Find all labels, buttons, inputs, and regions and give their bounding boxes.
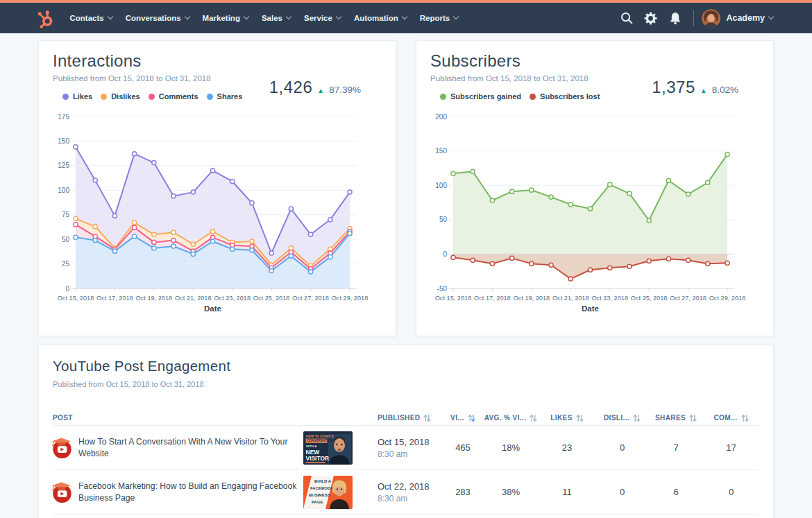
svg-text:Oct 17, 2018: Oct 17, 2018 xyxy=(474,295,511,302)
delta-up-icon: ▲ xyxy=(700,87,707,94)
nav-item-sales[interactable]: Sales xyxy=(255,3,297,33)
svg-text:Oct 19, 2018: Oct 19, 2018 xyxy=(136,295,173,302)
search-icon[interactable] xyxy=(614,12,638,24)
svg-text:Oct 25, 2018: Oct 25, 2018 xyxy=(253,295,290,302)
svg-text:Oct 25, 2018: Oct 25, 2018 xyxy=(631,295,668,302)
subscribers-card: Subscribers Published from Oct 15, 2018 … xyxy=(416,40,774,336)
column-header-post: POST xyxy=(53,414,360,422)
svg-text:FACEBOOK: FACEBOOK xyxy=(310,485,335,490)
nav-item-conversations[interactable]: Conversations xyxy=(119,3,196,33)
dashboard-content: Interactions Published from Oct 15, 2018… xyxy=(0,33,812,518)
svg-text:Oct 19, 2018: Oct 19, 2018 xyxy=(514,295,550,302)
top-navbar: ContactsConversationsMarketingSalesServi… xyxy=(0,0,812,33)
svg-text:Oct 23, 2018: Oct 23, 2018 xyxy=(214,295,251,302)
post-title-link[interactable]: How To Start A Conversation With A New V… xyxy=(78,436,299,460)
youtube-academy-icon xyxy=(50,481,73,503)
svg-text:100: 100 xyxy=(58,187,69,194)
published-time: 8:30 am xyxy=(378,494,429,503)
chevron-down-icon xyxy=(244,14,249,19)
legend-dot xyxy=(149,94,155,100)
youtube-table-title: YouTube Post Engagement xyxy=(53,358,759,374)
svg-text:Oct 27, 2018: Oct 27, 2018 xyxy=(670,295,707,302)
sort-icon xyxy=(530,414,537,422)
account-label: Academy xyxy=(726,13,765,23)
legend-label: Dislikes xyxy=(111,92,140,101)
legend-item-dislikes[interactable]: Dislikes xyxy=(101,92,140,101)
svg-text:WITH A: WITH A xyxy=(306,444,317,448)
svg-text:50: 50 xyxy=(439,216,448,223)
column-header-dislikes[interactable]: DISLI... xyxy=(595,414,649,422)
legend-item-subscribers-gained[interactable]: Subscribers gained xyxy=(440,92,521,101)
comments-cell: 0 xyxy=(703,487,759,497)
column-header-likes[interactable]: LIKES xyxy=(539,414,595,422)
svg-text:PAGE: PAGE xyxy=(312,499,323,503)
column-header-label: VI... xyxy=(450,414,464,422)
nav-item-reports[interactable]: Reports xyxy=(413,3,464,33)
column-header-shares[interactable]: SHARES xyxy=(649,414,703,422)
svg-text:BUSINESS: BUSINESS xyxy=(309,492,330,497)
thumb-new-visitor[interactable]: HOW TO START A CONVERSATION WITH A NEW V… xyxy=(303,431,353,465)
legend-item-likes[interactable]: Likes xyxy=(62,92,92,101)
nav-item-marketing[interactable]: Marketing xyxy=(196,3,255,33)
svg-text:-50: -50 xyxy=(437,285,448,293)
svg-text:Date: Date xyxy=(204,304,221,313)
subscribers-title: Subscribers xyxy=(430,52,759,70)
chevron-down-icon xyxy=(402,14,407,19)
navbar-right-section: Academy xyxy=(614,9,773,28)
interactions-delta-value: 87.39% xyxy=(329,85,361,95)
nav-item-automation[interactable]: Automation xyxy=(347,3,413,33)
published-date: Oct 22, 2018 xyxy=(378,481,429,492)
hubspot-logo-icon[interactable] xyxy=(37,8,54,28)
svg-text:Oct 29, 2018: Oct 29, 2018 xyxy=(709,295,746,302)
legend-item-subscribers-lost[interactable]: Subscribers lost xyxy=(530,92,600,101)
sort-icon xyxy=(423,414,431,422)
delta-up-icon: ▲ xyxy=(317,87,324,94)
legend-label: Comments xyxy=(159,92,198,101)
nav-item-contacts[interactable]: Contacts xyxy=(63,3,119,33)
subscribers-area-chart[interactable]: -50050100150200Oct 15, 2018Oct 17, 2018O… xyxy=(430,110,759,314)
nav-item-service[interactable]: Service xyxy=(297,3,347,33)
column-header-views[interactable]: VI... xyxy=(443,414,483,422)
chevron-down-icon xyxy=(184,14,189,19)
legend-item-shares[interactable]: Shares xyxy=(207,92,243,101)
svg-text:Oct 27, 2018: Oct 27, 2018 xyxy=(292,295,329,302)
views-cell: 465 xyxy=(443,442,483,453)
likes-cell: 23 xyxy=(539,442,595,453)
column-header-comments[interactable]: COM... xyxy=(703,414,759,422)
sort-icon xyxy=(468,414,475,422)
user-avatar[interactable] xyxy=(702,9,720,28)
account-menu[interactable]: Academy xyxy=(726,13,773,23)
column-header-label: DISLI... xyxy=(604,414,629,422)
chevron-down-icon xyxy=(286,14,291,19)
primary-nav: ContactsConversationsMarketingSalesServi… xyxy=(63,3,465,33)
svg-text:Oct 15, 2018: Oct 15, 2018 xyxy=(435,295,472,302)
svg-text:0: 0 xyxy=(65,285,69,293)
svg-text:Oct 21, 2018: Oct 21, 2018 xyxy=(175,295,212,302)
svg-text:150: 150 xyxy=(435,147,447,155)
subscribers-delta-value: 8.02% xyxy=(712,85,738,95)
nav-item-label: Sales xyxy=(262,14,282,22)
shares-cell: 6 xyxy=(649,487,703,497)
column-header-published[interactable]: PUBLISHED xyxy=(360,414,443,422)
post-title-link[interactable]: Facebook Marketing: How to Build an Enga… xyxy=(78,481,299,504)
svg-text:CONVERSATION: CONVERSATION xyxy=(307,439,332,442)
nav-item-label: Service xyxy=(304,14,332,22)
interactions-title: Interactions xyxy=(53,52,382,70)
nav-item-label: Contacts xyxy=(70,14,104,22)
nav-item-label: Conversations xyxy=(126,14,181,22)
svg-text:Oct 23, 2018: Oct 23, 2018 xyxy=(591,295,628,302)
column-header-label: LIKES xyxy=(550,414,572,422)
legend-item-comments[interactable]: Comments xyxy=(149,92,198,101)
svg-text:125: 125 xyxy=(58,162,69,169)
avg_pct_viewed-cell: 38% xyxy=(483,487,539,497)
thumb-facebook-marketing[interactable]: BUILD A FACEBOOK BUSINESS PAGE xyxy=(303,476,353,509)
interactions-area-chart[interactable]: 0255075100125150175Oct 15, 2018Oct 17, 2… xyxy=(53,110,381,314)
svg-text:25: 25 xyxy=(62,260,70,268)
svg-text:175: 175 xyxy=(58,113,69,121)
column-header-avg_pct_viewed[interactable]: AVG. % VI... xyxy=(483,414,539,422)
avg_pct_viewed-cell: 18% xyxy=(483,442,539,453)
settings-gear-icon[interactable] xyxy=(638,12,663,25)
legend-dot xyxy=(530,94,536,100)
notifications-bell-icon[interactable] xyxy=(663,12,687,25)
post-cell: How To Start A Conversation With A New V… xyxy=(53,431,360,465)
